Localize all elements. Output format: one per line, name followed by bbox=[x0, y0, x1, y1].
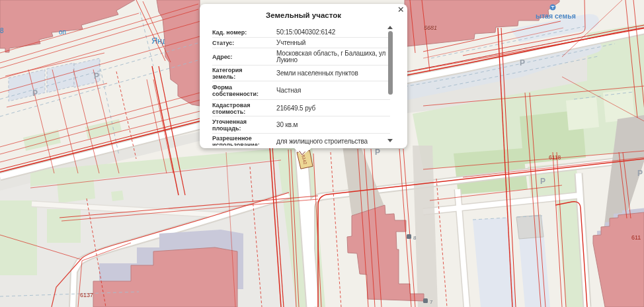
svg-text:7: 7 bbox=[430, 299, 433, 305]
svg-text:6137: 6137 bbox=[80, 292, 93, 298]
svg-text:6118: 6118 bbox=[549, 154, 561, 161]
svg-text:8: 8 bbox=[0, 27, 4, 34]
svg-text:ытая семья: ытая семья bbox=[536, 12, 576, 20]
svg-text:Р: Р bbox=[32, 89, 38, 98]
svg-text:611: 611 bbox=[631, 234, 641, 241]
svg-text:оп: оп bbox=[59, 28, 66, 36]
svg-text:Р: Р bbox=[540, 177, 545, 186]
svg-text:Р: Р bbox=[375, 148, 380, 157]
svg-text:Р: Р bbox=[520, 58, 525, 67]
svg-text:5681: 5681 bbox=[424, 24, 437, 31]
svg-text:Р: Р bbox=[637, 169, 643, 178]
svg-text:8: 8 bbox=[413, 235, 417, 241]
svg-text:Р: Р bbox=[94, 71, 99, 81]
